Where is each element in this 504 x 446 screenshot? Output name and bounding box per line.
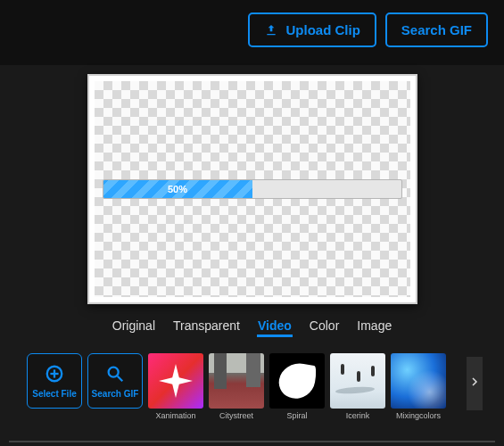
select-file-button[interactable]: Select File bbox=[27, 353, 82, 409]
progress-label: 50% bbox=[168, 184, 187, 194]
upload-icon bbox=[264, 23, 278, 37]
tab-color[interactable]: Color bbox=[309, 317, 340, 337]
select-file-label: Select File bbox=[32, 389, 76, 399]
tab-original[interactable]: Original bbox=[112, 317, 156, 337]
thumbnail-citystreet[interactable]: Citystreet bbox=[209, 353, 264, 420]
search-gif-small-label: Search GIF bbox=[92, 389, 139, 399]
thumbnail-image bbox=[330, 353, 385, 409]
chevron-right-icon bbox=[469, 374, 480, 393]
progress-fill: 50% bbox=[103, 180, 252, 198]
svg-line-4 bbox=[118, 376, 123, 381]
tab-image[interactable]: Image bbox=[356, 317, 392, 337]
next-arrow-button[interactable] bbox=[467, 357, 483, 410]
thumbnail-label: Spiral bbox=[286, 411, 307, 420]
header-toolbar: Upload Clip Search GIF bbox=[0, 0, 504, 65]
upload-clip-button[interactable]: Upload Clip bbox=[248, 12, 376, 47]
thumbnail-icerink[interactable]: Icerink bbox=[330, 353, 385, 420]
plus-circle-icon bbox=[45, 364, 64, 385]
thumbnail-spiral[interactable]: Spiral bbox=[269, 353, 325, 420]
tab-transparent[interactable]: Transparent bbox=[172, 317, 241, 337]
background-tabs: Original Transparent Video Color Image bbox=[18, 304, 486, 348]
search-icon bbox=[105, 364, 125, 385]
svg-point-3 bbox=[109, 367, 119, 376]
upload-clip-label: Upload Clip bbox=[285, 22, 359, 37]
tab-video[interactable]: Video bbox=[257, 317, 293, 337]
progress-bar: 50% bbox=[103, 179, 402, 199]
thumbnail-image bbox=[148, 353, 203, 409]
thumbnail-mixingcolors[interactable]: Mixingcolors bbox=[391, 353, 446, 420]
thumbnail-image bbox=[391, 353, 446, 409]
thumbnail-label: Mixingcolors bbox=[396, 411, 441, 420]
search-gif-label: Search GIF bbox=[401, 22, 472, 37]
thumbnail-xanimation[interactable]: Xanimation bbox=[148, 353, 203, 420]
thumbnail-label: Citystreet bbox=[219, 411, 253, 420]
main-area: 50% Original Transparent Video Color Ima… bbox=[0, 65, 504, 429]
thumbnail-label: Icerink bbox=[346, 411, 370, 420]
thumbnail-image bbox=[209, 353, 264, 409]
preview-canvas: 50% bbox=[87, 74, 417, 304]
thumbnail-label: Xanimation bbox=[155, 411, 195, 420]
search-gif-button[interactable]: Search GIF bbox=[385, 12, 488, 47]
divider bbox=[9, 441, 495, 442]
search-gif-button-small[interactable]: Search GIF bbox=[87, 353, 143, 409]
thumbnail-row: Select File Search GIF Xanimation Cityst… bbox=[18, 348, 486, 429]
thumbnail-image bbox=[269, 353, 325, 409]
